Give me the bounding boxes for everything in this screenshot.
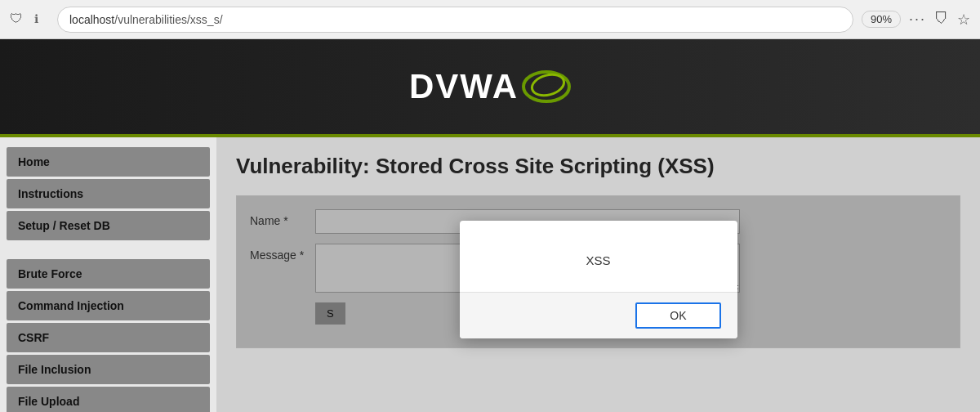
main-layout: Home Instructions Setup / Reset DB Brute… xyxy=(0,137,980,412)
dialog-footer: OK xyxy=(460,293,737,338)
browser-bar: 🛡 ℹ localhost /vulnerabilities/xss_s/ 90… xyxy=(0,0,980,39)
sidebar: Home Instructions Setup / Reset DB Brute… xyxy=(0,137,216,412)
url-scheme: localhost xyxy=(69,13,114,26)
dialog-message: XSS xyxy=(460,221,737,293)
page-title: Vulnerability: Stored Cross Site Scripti… xyxy=(236,154,960,179)
url-bar[interactable]: localhost /vulnerabilities/xss_s/ xyxy=(57,7,853,33)
sidebar-item-file-upload[interactable]: File Upload xyxy=(7,387,210,412)
sidebar-item-file-inclusion[interactable]: File Inclusion xyxy=(7,355,210,384)
sidebar-divider xyxy=(0,246,216,256)
menu-dots[interactable]: ··· xyxy=(909,11,926,28)
alert-dialog: XSS OK xyxy=(460,221,737,338)
dialog-overlay: XSS OK xyxy=(237,196,960,347)
sidebar-item-instructions[interactable]: Instructions xyxy=(7,179,210,208)
sidebar-item-csrf[interactable]: CSRF xyxy=(7,323,210,352)
logo-text: DVWA xyxy=(409,67,519,106)
info-icon: ℹ xyxy=(34,12,49,27)
site-header: DVWA xyxy=(0,39,980,137)
sidebar-item-command-injection[interactable]: Command Injection xyxy=(7,291,210,320)
form-area: Name * Message * S XSS OK xyxy=(236,195,960,348)
sidebar-item-setup-reset-db[interactable]: Setup / Reset DB xyxy=(7,211,210,240)
url-path: /vulnerabilities/xss_s/ xyxy=(114,13,222,26)
sidebar-top-section: Home Instructions Setup / Reset DB xyxy=(0,144,216,246)
logo-swoosh-icon xyxy=(522,66,571,107)
bookmark-icon[interactable]: ☆ xyxy=(957,11,970,29)
zoom-level: 90% xyxy=(862,11,901,28)
logo: DVWA xyxy=(409,66,571,107)
pocket-icon[interactable]: ⛉ xyxy=(934,11,949,28)
dialog-ok-button[interactable]: OK xyxy=(635,302,720,329)
sidebar-vuln-section: Brute Force Command Injection CSRF File … xyxy=(0,256,216,412)
content-area: Vulnerability: Stored Cross Site Scripti… xyxy=(216,137,980,412)
shield-icon: 🛡 xyxy=(10,11,26,28)
sidebar-item-home[interactable]: Home xyxy=(7,147,210,177)
sidebar-item-brute-force[interactable]: Brute Force xyxy=(7,259,210,289)
